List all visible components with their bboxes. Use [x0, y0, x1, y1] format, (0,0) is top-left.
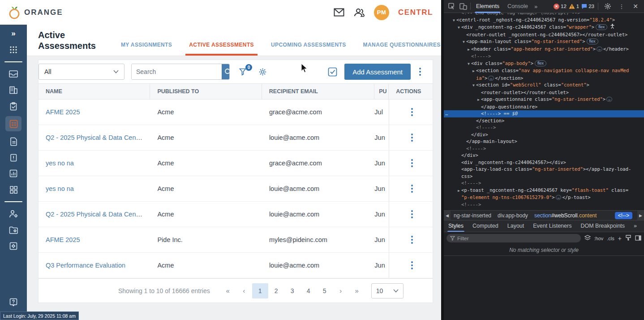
- mail-icon[interactable]: [334, 8, 344, 17]
- dom-node[interactable]: <!---->: [444, 124, 644, 131]
- console-errors-badge[interactable]: ✕ 12: [554, 4, 567, 9]
- layers-icon[interactable]: [584, 235, 591, 242]
- breadcrumb-left-icon[interactable]: ◀: [444, 211, 451, 221]
- expand-arrow-icon[interactable]: ▶: [476, 96, 481, 104]
- sidebar-item-bar-chart-icon[interactable]: [6, 167, 21, 180]
- settings-gear-icon[interactable]: [258, 67, 267, 77]
- column-header-pu[interactable]: PU: [374, 84, 389, 99]
- assessment-name-link[interactable]: Q2 - 2025 Physical & Data Cent…: [46, 211, 144, 218]
- dom-node[interactable]: <!---->: [444, 53, 644, 60]
- inspect-element-icon[interactable]: [446, 0, 457, 13]
- page-size-select[interactable]: 10: [371, 283, 404, 298]
- assessment-name-link[interactable]: AFME 2025: [46, 108, 80, 116]
- dom-node[interactable]: </div>: [444, 131, 644, 138]
- dom-node[interactable]: <router-outlet></router-outlet>: [444, 89, 644, 96]
- column-header-published-to[interactable]: PUBLISHED TO: [150, 84, 262, 99]
- last-page-button[interactable]: »: [349, 283, 365, 298]
- dom-node-selected[interactable]: <!----> == $0: [444, 110, 644, 117]
- users-icon[interactable]: [353, 8, 365, 17]
- avatar[interactable]: PM: [374, 5, 389, 20]
- sidebar-item-collapse-chevrons-icon[interactable]: »: [6, 27, 21, 40]
- devtools-close-icon[interactable]: ✕: [630, 0, 641, 13]
- expand-arrow-icon[interactable]: ▼: [471, 82, 476, 89]
- dom-node[interactable]: <!---->: [444, 201, 644, 208]
- dom-node[interactable]: css>: [444, 173, 644, 180]
- page-button-2[interactable]: 2: [268, 283, 284, 298]
- sidebar-item-folder-settings-icon[interactable]: [6, 224, 21, 236]
- column-header-recipient-email[interactable]: RECIPIENT EMAIL: [262, 84, 374, 99]
- dom-node[interactable]: ▼<div _ngcontent-ng-c2440624567 class="w…: [444, 24, 644, 31]
- assessment-name-link[interactable]: Q3 Performance Evaluation: [46, 262, 125, 269]
- search-button[interactable]: [222, 64, 230, 79]
- devtools-tab-elements[interactable]: Elements: [472, 0, 503, 13]
- dom-node[interactable]: ▶<header class="app-header ng-star-inser…: [444, 46, 644, 53]
- first-page-button[interactable]: «: [220, 283, 236, 298]
- dom-node[interactable]: "p-element ng-tns-c1067615279-0">…</p-to…: [444, 194, 644, 201]
- expand-arrow-icon[interactable]: ▶: [471, 68, 476, 75]
- breadcrumb-selected-node[interactable]: <!-->: [615, 212, 632, 219]
- expand-arrow-icon[interactable]: ▼: [451, 17, 456, 24]
- row-actions-kebab-icon[interactable]: [409, 106, 415, 118]
- orange-logo[interactable]: ORANGE: [8, 5, 63, 20]
- sidebar-item-clipboard-alert-icon[interactable]: [6, 151, 21, 164]
- dom-node[interactable]: <div _ngcontent-ng-c2440624567></div>: [444, 159, 644, 166]
- dom-node[interactable]: <app-lazy-load-css class="ng-star-insert…: [444, 166, 644, 173]
- devtools-settings-icon[interactable]: [602, 0, 614, 13]
- bulk-select-icon[interactable]: [328, 67, 337, 77]
- expand-arrow-icon[interactable]: ▼: [466, 61, 471, 68]
- more-tabs-icon[interactable]: »: [532, 3, 540, 10]
- assessment-name-link[interactable]: yes no na: [46, 185, 74, 192]
- page-button-1[interactable]: 1: [252, 283, 268, 298]
- expand-arrow-icon[interactable]: ▶: [456, 187, 461, 195]
- styles-pane-tab-computed[interactable]: Computed: [468, 221, 503, 232]
- page-button-3[interactable]: 3: [284, 283, 301, 298]
- styles-pane-tab-dom-breakpoints[interactable]: DOM Breakpoints: [576, 221, 629, 232]
- sidebar-item-assessments-icon[interactable]: [5, 116, 21, 131]
- tab-manage-questionnaires[interactable]: MANAGE QUESTIONNAIRES: [363, 42, 441, 56]
- tab-my-assignments[interactable]: MY ASSIGNMENTS: [121, 42, 172, 56]
- sidebar-item-company-icon[interactable]: [6, 84, 21, 96]
- row-actions-kebab-icon[interactable]: [409, 132, 415, 143]
- row-actions-kebab-icon[interactable]: [409, 157, 415, 169]
- page-button-5[interactable]: 5: [317, 283, 333, 298]
- dom-node[interactable]: ▼<div class="app-body">flex: [444, 60, 644, 68]
- filter-dropdown[interactable]: All: [39, 64, 125, 80]
- dom-node[interactable]: <router-outlet _ngcontent-ng-c2440624567…: [444, 31, 644, 39]
- assessment-name-link[interactable]: yes no na: [46, 160, 74, 167]
- hover-state-toggle[interactable]: :hov: [594, 236, 604, 241]
- console-warnings-badge[interactable]: 1: [569, 4, 579, 9]
- dom-node[interactable]: ▶<section class="nav app-navigation coll…: [444, 67, 644, 75]
- dom-node[interactable]: </app-main-layout>: [444, 138, 644, 145]
- column-header-name[interactable]: NAME: [39, 84, 150, 99]
- row-actions-kebab-icon[interactable]: [409, 234, 415, 246]
- class-toggle[interactable]: .cls: [607, 236, 614, 241]
- styles-pane-tab-event-listeners[interactable]: Event Listeners: [528, 221, 576, 232]
- styles-pane-tab-styles[interactable]: Styles: [444, 221, 468, 232]
- sidebar-item-clipboard-check-icon[interactable]: [6, 100, 21, 112]
- sidebar-item-apps-grid-icon[interactable]: [6, 43, 21, 56]
- dom-node[interactable]: <!---->: [444, 145, 644, 152]
- styles-pane-tab-layout[interactable]: Layout: [503, 221, 529, 232]
- breadcrumb-item[interactable]: section#webScroll.content: [534, 212, 597, 219]
- add-assessment-button[interactable]: Add Assessment: [344, 64, 411, 80]
- tab-upcoming-assessments[interactable]: UPCOMING ASSESSMENTS: [271, 42, 346, 56]
- dom-node[interactable]: ia">…</section>: [444, 75, 644, 82]
- sidebar-item-inbox-icon[interactable]: [6, 68, 21, 80]
- computed-styles-icon[interactable]: [625, 235, 631, 242]
- row-actions-kebab-icon[interactable]: [409, 183, 415, 195]
- toolbar-kebab-icon[interactable]: [417, 66, 423, 78]
- dom-node[interactable]: ▼<section id="webScroll" class="content"…: [444, 82, 644, 89]
- dom-node[interactable]: <!---->: [444, 180, 644, 187]
- dom-node[interactable]: ▼<centrl-root _nghost-ng-c2440624567 ng-…: [444, 17, 644, 24]
- styles-filter-input[interactable]: [447, 234, 581, 242]
- breadcrumb-item[interactable]: div.app-body: [498, 212, 528, 219]
- dock-panel-icon[interactable]: [635, 235, 641, 242]
- tab-active-assessments[interactable]: ACTIVE ASSESSMENTS: [189, 42, 254, 56]
- assessment-name-link[interactable]: Q2 - 2025 Physical & Data Cent…: [46, 134, 144, 141]
- dom-node[interactable]: </app-questionnaire>: [444, 104, 644, 111]
- next-page-button[interactable]: ›: [333, 283, 349, 298]
- issues-badge[interactable]: 23: [581, 4, 594, 9]
- page-button-4[interactable]: 4: [301, 283, 317, 298]
- dom-node[interactable]: <!-- End Google Tag Manager (noscript) -…: [444, 13, 644, 17]
- dom-node[interactable]: ▶<p-toast _ngcontent-ng-c2440624567 key=…: [444, 187, 644, 195]
